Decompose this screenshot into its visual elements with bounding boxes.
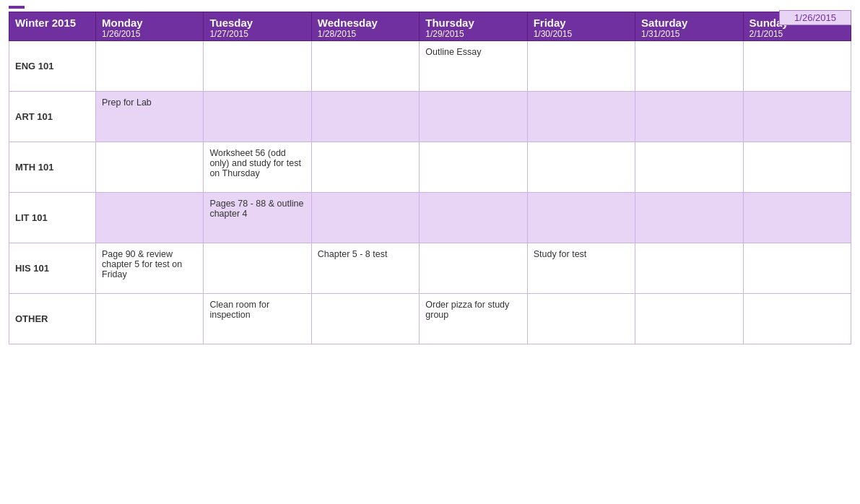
col-header-tue: Tuesday1/27/2015 bbox=[204, 12, 311, 41]
table-body: ENG 101Outline EssayART 101Prep for LabM… bbox=[9, 41, 851, 344]
table-row: HIS 101Page 90 & review chapter 5 for te… bbox=[9, 243, 851, 294]
cell-3-0 bbox=[96, 193, 204, 243]
cell-1-6 bbox=[743, 92, 851, 142]
cell-3-1: Pages 78 - 88 & outline chapter 4 bbox=[204, 193, 311, 243]
page-header bbox=[0, 0, 860, 12]
day-date-mon: 1/26/2015 bbox=[102, 29, 197, 39]
day-date-wed: 1/28/2015 bbox=[318, 29, 413, 39]
day-date-sat: 1/31/2015 bbox=[641, 29, 737, 39]
row-label-1: ART 101 bbox=[9, 92, 96, 142]
col-header-wed: Wednesday1/28/2015 bbox=[311, 12, 419, 41]
table-header: Winter 2015Monday1/26/2015Tuesday1/27/20… bbox=[9, 12, 851, 41]
cell-5-1: Clean room for inspection bbox=[204, 294, 311, 344]
season-label: Winter 2015 bbox=[15, 17, 90, 29]
title-weekly bbox=[9, 6, 25, 9]
cell-5-0 bbox=[96, 294, 204, 344]
cell-3-2 bbox=[311, 193, 419, 243]
cell-5-3: Order pizza for study group bbox=[420, 294, 527, 344]
cell-4-4: Study for test bbox=[527, 243, 635, 294]
cell-1-0: Prep for Lab bbox=[96, 92, 204, 142]
cell-1-4 bbox=[527, 92, 635, 142]
cell-3-5 bbox=[635, 193, 743, 243]
cell-5-5 bbox=[635, 294, 743, 344]
cell-0-6 bbox=[743, 41, 851, 92]
day-date-sun: 2/1/2015 bbox=[750, 29, 845, 39]
cell-5-4 bbox=[527, 294, 635, 344]
cell-2-1: Worksheet 56 (odd only) and study for te… bbox=[204, 142, 311, 193]
cell-2-4 bbox=[527, 142, 635, 193]
col-header-sat: Saturday1/31/2015 bbox=[635, 12, 743, 41]
day-date-thu: 1/29/2015 bbox=[425, 29, 521, 39]
day-name-mon: Monday bbox=[102, 17, 197, 29]
title-block bbox=[9, 6, 25, 9]
header-right bbox=[773, 7, 851, 25]
table-row: LIT 101Pages 78 - 88 & outline chapter 4 bbox=[9, 193, 851, 243]
table-row: MTH 101Worksheet 56 (odd only) and study… bbox=[9, 142, 851, 193]
cell-3-6 bbox=[743, 193, 851, 243]
col-header-mon: Monday1/26/2015 bbox=[96, 12, 204, 41]
cell-0-4 bbox=[527, 41, 635, 92]
col-header-fri: Friday1/30/2015 bbox=[527, 12, 635, 41]
col-header-label: Winter 2015 bbox=[9, 12, 96, 41]
day-date-tue: 1/27/2015 bbox=[209, 29, 305, 39]
day-name-tue: Tuesday bbox=[209, 17, 305, 29]
table-row: ART 101Prep for Lab bbox=[9, 92, 851, 142]
table-row: OTHERClean room for inspectionOrder pizz… bbox=[9, 294, 851, 344]
day-name-fri: Friday bbox=[534, 17, 629, 29]
cell-0-5 bbox=[635, 41, 743, 92]
schedule-date-row bbox=[773, 10, 851, 25]
row-label-2: MTH 101 bbox=[9, 142, 96, 193]
cell-0-0 bbox=[96, 41, 204, 92]
cell-2-6 bbox=[743, 142, 851, 193]
cell-4-0: Page 90 & review chapter 5 for test on F… bbox=[96, 243, 204, 294]
cell-0-1 bbox=[204, 41, 311, 92]
cell-4-6 bbox=[743, 243, 851, 294]
cell-4-5 bbox=[635, 243, 743, 294]
row-label-4: HIS 101 bbox=[9, 243, 96, 294]
schedule-table: Winter 2015Monday1/26/2015Tuesday1/27/20… bbox=[9, 12, 851, 344]
cell-5-6 bbox=[743, 294, 851, 344]
table-row: ENG 101Outline Essay bbox=[9, 41, 851, 92]
cell-1-1 bbox=[204, 92, 311, 142]
row-label-5: OTHER bbox=[9, 294, 96, 344]
cell-2-2 bbox=[311, 142, 419, 193]
cell-1-5 bbox=[635, 92, 743, 142]
day-date-fri: 1/30/2015 bbox=[534, 29, 629, 39]
day-name-thu: Thursday bbox=[425, 17, 521, 29]
day-name-sat: Saturday bbox=[641, 17, 737, 29]
cell-2-5 bbox=[635, 142, 743, 193]
cell-1-2 bbox=[311, 92, 419, 142]
cell-3-4 bbox=[527, 193, 635, 243]
day-name-wed: Wednesday bbox=[318, 17, 413, 29]
cell-1-3 bbox=[420, 92, 527, 142]
cell-4-3 bbox=[420, 243, 527, 294]
header-row: Winter 2015Monday1/26/2015Tuesday1/27/20… bbox=[9, 12, 851, 41]
cell-2-3 bbox=[420, 142, 527, 193]
schedule-date-input[interactable] bbox=[779, 10, 851, 25]
cell-4-2: Chapter 5 - 8 test bbox=[311, 243, 419, 294]
cell-3-3 bbox=[420, 193, 527, 243]
row-label-0: ENG 101 bbox=[9, 41, 96, 92]
row-label-3: LIT 101 bbox=[9, 193, 96, 243]
cell-2-0 bbox=[96, 142, 204, 193]
col-header-thu: Thursday1/29/2015 bbox=[420, 12, 527, 41]
cell-5-2 bbox=[311, 294, 419, 344]
cell-4-1 bbox=[204, 243, 311, 294]
cell-0-2 bbox=[311, 41, 419, 92]
cell-0-3: Outline Essay bbox=[420, 41, 527, 92]
